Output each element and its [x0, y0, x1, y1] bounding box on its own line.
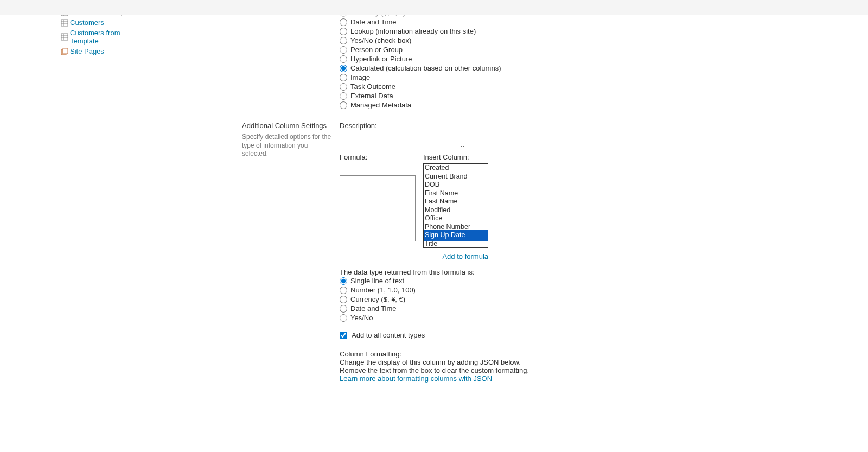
sidebar-item-label: Customers — [70, 18, 104, 27]
return-type-option[interactable]: Currency ($, ¥, €) — [340, 295, 868, 304]
column-type-radio[interactable] — [340, 101, 347, 109]
top-bar — [0, 0, 868, 15]
return-type-option[interactable]: Single line of text — [340, 276, 868, 285]
column-type-radio[interactable] — [340, 28, 347, 35]
insert-column-option[interactable]: Created — [424, 164, 488, 173]
column-formatting-desc-2: Remove the text from the box to clear th… — [340, 366, 868, 374]
sidebar: Blank List ExampleCustomersCustomers fro… — [0, 15, 136, 431]
svg-rect-4 — [61, 20, 68, 26]
insert-column-option[interactable]: First Name — [424, 189, 488, 198]
description-textarea[interactable] — [340, 132, 465, 148]
add-to-formula-link[interactable]: Add to formula — [340, 252, 488, 260]
column-type-label: Lookup (information already on this site… — [350, 27, 476, 35]
pages-icon — [61, 48, 68, 55]
return-type-label: Currency ($, ¥, €) — [350, 295, 405, 303]
column-formatting-desc-1: Change the display of this column by add… — [340, 358, 868, 366]
insert-column-option[interactable]: Phone Number — [424, 223, 488, 232]
svg-rect-0 — [61, 15, 68, 16]
sidebar-item-site-pages[interactable]: Site Pages — [61, 46, 136, 56]
column-formatting-help-link[interactable]: Learn more about formatting columns with… — [340, 374, 492, 383]
column-type-label: Image — [350, 73, 370, 81]
description-label: Description: — [340, 122, 868, 130]
svg-rect-13 — [63, 48, 68, 54]
insert-column-option[interactable]: Title — [424, 240, 488, 249]
sidebar-item-customers-from-template[interactable]: Customers from Template — [61, 28, 136, 46]
column-type-radio[interactable] — [340, 92, 347, 100]
return-type-option[interactable]: Yes/No — [340, 313, 868, 322]
column-type-radio[interactable] — [340, 37, 347, 44]
column-type-group: Currency ($, ¥, €)Date and TimeLookup (i… — [340, 15, 868, 110]
return-type-label: Date and Time — [350, 304, 397, 313]
column-type-option[interactable]: Hyperlink or Picture — [340, 54, 868, 63]
column-type-label: Yes/No (check box) — [350, 36, 411, 44]
column-type-option[interactable]: External Data — [340, 91, 868, 100]
insert-column-listbox[interactable]: CreatedCurrent BrandDOBFirst NameLast Na… — [423, 163, 488, 248]
add-to-content-types-label: Add to all content types — [352, 331, 425, 339]
column-type-label: Hyperlink or Picture — [350, 55, 412, 63]
column-type-radio[interactable] — [340, 46, 347, 54]
list-icon — [61, 33, 68, 41]
column-type-option[interactable]: Person or Group — [340, 45, 868, 54]
formula-textarea[interactable] — [340, 175, 416, 241]
column-formatting-label: Column Formatting: — [340, 350, 868, 358]
column-type-option[interactable]: Yes/No (check box) — [340, 36, 868, 45]
column-type-label: Task Outcome — [350, 82, 395, 91]
column-type-radio[interactable] — [340, 65, 347, 72]
return-type-label: Single line of text — [350, 277, 404, 285]
column-formatting-textarea[interactable] — [340, 386, 465, 429]
return-type-radio[interactable] — [340, 296, 347, 303]
column-type-radio[interactable] — [340, 18, 347, 26]
return-type-option[interactable]: Date and Time — [340, 304, 868, 313]
return-type-option[interactable]: Number (1, 1.0, 100) — [340, 285, 868, 295]
sidebar-item-label: Site Pages — [70, 47, 104, 55]
column-type-label: External Data — [350, 92, 393, 100]
list-icon — [61, 15, 68, 16]
insert-column-option[interactable]: Office — [424, 214, 488, 223]
column-type-label: Person or Group — [350, 46, 403, 54]
insert-column-option[interactable]: Modified — [424, 206, 488, 215]
return-type-label: Yes/No — [350, 314, 373, 322]
insert-column-option[interactable]: Current Brand — [424, 173, 488, 181]
return-type-radio[interactable] — [340, 314, 347, 322]
insert-column-label: Insert Column: — [423, 153, 488, 161]
return-type-label: The data type returned from this formula… — [340, 268, 868, 276]
column-type-option[interactable]: Currency ($, ¥, €) — [340, 15, 868, 17]
sidebar-item-label: Blank List Example — [70, 15, 130, 16]
return-type-radio[interactable] — [340, 305, 347, 313]
column-type-option[interactable]: Managed Metadata — [340, 100, 868, 110]
return-type-radio[interactable] — [340, 287, 347, 294]
settings-section-title: Additional Column Settings — [242, 122, 334, 130]
column-type-radio[interactable] — [340, 74, 347, 81]
column-type-option[interactable]: Lookup (information already on this site… — [340, 27, 868, 36]
column-type-option[interactable]: Calculated (calculation based on other c… — [340, 63, 868, 73]
column-type-radio[interactable] — [340, 15, 347, 17]
insert-column-option[interactable]: Last Name — [424, 198, 488, 206]
insert-column-option[interactable]: DOB — [424, 181, 488, 189]
column-type-label: Calculated (calculation based on other c… — [350, 64, 501, 72]
return-type-radio[interactable] — [340, 277, 347, 285]
sidebar-item-customers[interactable]: Customers — [61, 17, 136, 28]
column-type-label: Currency ($, ¥, €) — [350, 15, 405, 17]
sidebar-item-label: Customers from Template — [70, 29, 136, 45]
column-type-option[interactable]: Date and Time — [340, 17, 868, 27]
add-to-content-types-checkbox[interactable] — [340, 332, 347, 339]
column-type-radio[interactable] — [340, 83, 347, 91]
svg-rect-8 — [61, 34, 68, 40]
formula-label: Formula: — [340, 153, 416, 161]
return-type-label: Number (1, 1.0, 100) — [350, 286, 416, 294]
settings-section-desc: Specify detailed options for the type of… — [242, 133, 334, 158]
column-type-label: Date and Time — [350, 18, 397, 26]
return-type-group: Single line of textNumber (1, 1.0, 100)C… — [340, 276, 868, 322]
column-type-label: Managed Metadata — [350, 101, 411, 109]
column-type-radio[interactable] — [340, 55, 347, 63]
insert-column-option[interactable]: Sign Up Date — [424, 231, 488, 240]
main-content: Currency ($, ¥, €)Date and TimeLookup (i… — [136, 15, 868, 431]
column-type-option[interactable]: Task Outcome — [340, 82, 868, 91]
list-icon — [61, 19, 68, 27]
column-type-option[interactable]: Image — [340, 73, 868, 82]
